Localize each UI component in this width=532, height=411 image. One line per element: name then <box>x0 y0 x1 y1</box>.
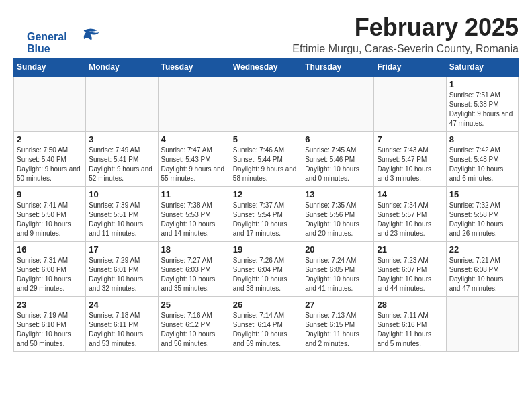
day-number: 2 <box>17 134 83 144</box>
calendar-cell: 13Sunrise: 7:35 AM Sunset: 5:56 PM Dayli… <box>302 187 374 242</box>
calendar-cell: 19Sunrise: 7:26 AM Sunset: 6:04 PM Dayli… <box>230 242 302 297</box>
calendar-cell: 4Sunrise: 7:47 AM Sunset: 5:43 PM Daylig… <box>158 132 230 187</box>
day-number: 15 <box>449 189 515 199</box>
weekday-sunday: Sunday <box>14 58 86 77</box>
day-info: Sunrise: 7:51 AM Sunset: 5:38 PM Dayligh… <box>449 91 515 128</box>
calendar-cell: 25Sunrise: 7:16 AM Sunset: 6:12 PM Dayli… <box>158 297 230 352</box>
day-number: 3 <box>89 134 154 144</box>
weekday-friday: Friday <box>374 58 446 77</box>
day-info: Sunrise: 7:21 AM Sunset: 6:08 PM Dayligh… <box>449 256 515 293</box>
svg-text:Blue: Blue <box>27 43 50 54</box>
day-number: 20 <box>305 244 371 255</box>
calendar-cell: 15Sunrise: 7:32 AM Sunset: 5:58 PM Dayli… <box>446 187 518 242</box>
day-number: 11 <box>161 189 227 199</box>
calendar-cell: 28Sunrise: 7:11 AM Sunset: 6:16 PM Dayli… <box>374 297 446 352</box>
calendar-cell <box>86 77 158 132</box>
day-info: Sunrise: 7:35 AM Sunset: 5:56 PM Dayligh… <box>305 201 371 238</box>
day-number: 25 <box>161 300 227 310</box>
day-number: 7 <box>377 134 443 144</box>
day-info: Sunrise: 7:19 AM Sunset: 6:10 PM Dayligh… <box>17 311 83 349</box>
day-number: 13 <box>305 189 371 199</box>
calendar-cell: 5Sunrise: 7:46 AM Sunset: 5:44 PM Daylig… <box>230 132 302 187</box>
weekday-header-row: SundayMondayTuesdayWednesdayThursdayFrid… <box>14 58 519 77</box>
day-info: Sunrise: 7:38 AM Sunset: 5:53 PM Dayligh… <box>161 201 227 238</box>
day-number: 21 <box>377 244 443 255</box>
day-info: Sunrise: 7:13 AM Sunset: 6:15 PM Dayligh… <box>305 311 371 349</box>
calendar-week-1: 1Sunrise: 7:51 AM Sunset: 5:38 PM Daylig… <box>14 77 519 132</box>
calendar-cell: 7Sunrise: 7:43 AM Sunset: 5:47 PM Daylig… <box>374 132 446 187</box>
day-info: Sunrise: 7:27 AM Sunset: 6:03 PM Dayligh… <box>161 256 227 293</box>
calendar-cell: 12Sunrise: 7:37 AM Sunset: 5:54 PM Dayli… <box>230 187 302 242</box>
day-info: Sunrise: 7:50 AM Sunset: 5:40 PM Dayligh… <box>17 146 83 183</box>
weekday-thursday: Thursday <box>302 58 374 77</box>
day-number: 27 <box>305 300 371 310</box>
day-number: 26 <box>233 300 299 310</box>
day-info: Sunrise: 7:18 AM Sunset: 6:11 PM Dayligh… <box>89 311 154 349</box>
calendar-cell <box>446 297 518 352</box>
calendar-cell: 17Sunrise: 7:29 AM Sunset: 6:01 PM Dayli… <box>86 242 158 297</box>
calendar-cell: 20Sunrise: 7:24 AM Sunset: 6:05 PM Dayli… <box>302 242 374 297</box>
calendar-cell: 21Sunrise: 7:23 AM Sunset: 6:07 PM Dayli… <box>374 242 446 297</box>
day-number: 6 <box>305 134 371 144</box>
day-info: Sunrise: 7:47 AM Sunset: 5:43 PM Dayligh… <box>161 146 227 183</box>
day-info: Sunrise: 7:14 AM Sunset: 6:14 PM Dayligh… <box>233 311 299 349</box>
day-info: Sunrise: 7:29 AM Sunset: 6:01 PM Dayligh… <box>89 256 154 293</box>
day-info: Sunrise: 7:24 AM Sunset: 6:05 PM Dayligh… <box>305 256 371 293</box>
calendar-cell: 24Sunrise: 7:18 AM Sunset: 6:11 PM Dayli… <box>86 297 158 352</box>
calendar-week-5: 23Sunrise: 7:19 AM Sunset: 6:10 PM Dayli… <box>14 297 519 352</box>
day-info: Sunrise: 7:32 AM Sunset: 5:58 PM Dayligh… <box>449 201 515 238</box>
day-info: Sunrise: 7:26 AM Sunset: 6:04 PM Dayligh… <box>233 256 299 293</box>
calendar-cell: 10Sunrise: 7:39 AM Sunset: 5:51 PM Dayli… <box>86 187 158 242</box>
calendar-week-4: 16Sunrise: 7:31 AM Sunset: 6:00 PM Dayli… <box>14 242 519 297</box>
day-number: 19 <box>233 244 299 255</box>
calendar-cell: 22Sunrise: 7:21 AM Sunset: 6:08 PM Dayli… <box>446 242 518 297</box>
day-number: 10 <box>89 189 154 199</box>
day-number: 1 <box>449 79 515 89</box>
calendar-cell: 11Sunrise: 7:38 AM Sunset: 5:53 PM Dayli… <box>158 187 230 242</box>
weekday-tuesday: Tuesday <box>158 58 230 77</box>
calendar-cell <box>230 77 302 132</box>
day-number: 5 <box>233 134 299 144</box>
day-info: Sunrise: 7:39 AM Sunset: 5:51 PM Dayligh… <box>89 201 154 238</box>
day-info: Sunrise: 7:42 AM Sunset: 5:48 PM Dayligh… <box>449 146 515 183</box>
calendar-cell <box>302 77 374 132</box>
calendar-cell: 3Sunrise: 7:49 AM Sunset: 5:41 PM Daylig… <box>86 132 158 187</box>
calendar-cell: 6Sunrise: 7:45 AM Sunset: 5:46 PM Daylig… <box>302 132 374 187</box>
day-number: 12 <box>233 189 299 199</box>
weekday-wednesday: Wednesday <box>230 58 302 77</box>
calendar-cell: 14Sunrise: 7:34 AM Sunset: 5:57 PM Dayli… <box>374 187 446 242</box>
calendar-cell: 9Sunrise: 7:41 AM Sunset: 5:50 PM Daylig… <box>14 187 86 242</box>
calendar-cell <box>374 77 446 132</box>
day-number: 18 <box>161 244 227 255</box>
day-info: Sunrise: 7:11 AM Sunset: 6:16 PM Dayligh… <box>377 311 443 349</box>
day-info: Sunrise: 7:45 AM Sunset: 5:46 PM Dayligh… <box>305 146 371 183</box>
day-info: Sunrise: 7:31 AM Sunset: 6:00 PM Dayligh… <box>17 256 83 293</box>
calendar-week-3: 9Sunrise: 7:41 AM Sunset: 5:50 PM Daylig… <box>14 187 519 242</box>
weekday-monday: Monday <box>86 58 158 77</box>
day-number: 22 <box>449 244 515 255</box>
calendar-cell: 16Sunrise: 7:31 AM Sunset: 6:00 PM Dayli… <box>14 242 86 297</box>
day-info: Sunrise: 7:34 AM Sunset: 5:57 PM Dayligh… <box>377 201 443 238</box>
day-number: 14 <box>377 189 443 199</box>
calendar-cell: 1Sunrise: 7:51 AM Sunset: 5:38 PM Daylig… <box>446 77 518 132</box>
calendar-cell <box>158 77 230 132</box>
calendar-cell: 27Sunrise: 7:13 AM Sunset: 6:15 PM Dayli… <box>302 297 374 352</box>
day-number: 16 <box>17 244 83 255</box>
day-info: Sunrise: 7:43 AM Sunset: 5:47 PM Dayligh… <box>377 146 443 183</box>
day-info: Sunrise: 7:46 AM Sunset: 5:44 PM Dayligh… <box>233 146 299 183</box>
day-number: 23 <box>17 300 83 310</box>
calendar-cell: 23Sunrise: 7:19 AM Sunset: 6:10 PM Dayli… <box>14 297 86 352</box>
calendar-cell: 2Sunrise: 7:50 AM Sunset: 5:40 PM Daylig… <box>14 132 86 187</box>
svg-text:General: General <box>27 31 67 42</box>
day-info: Sunrise: 7:23 AM Sunset: 6:07 PM Dayligh… <box>377 256 443 293</box>
day-number: 4 <box>161 134 227 144</box>
calendar-cell <box>14 77 86 132</box>
day-info: Sunrise: 7:49 AM Sunset: 5:41 PM Dayligh… <box>89 146 154 183</box>
logo: General Blue <box>27 27 101 60</box>
day-number: 28 <box>377 300 443 310</box>
day-number: 24 <box>89 300 154 310</box>
day-number: 8 <box>449 134 515 144</box>
day-number: 17 <box>89 244 154 255</box>
weekday-saturday: Saturday <box>446 58 518 77</box>
calendar-cell: 26Sunrise: 7:14 AM Sunset: 6:14 PM Dayli… <box>230 297 302 352</box>
